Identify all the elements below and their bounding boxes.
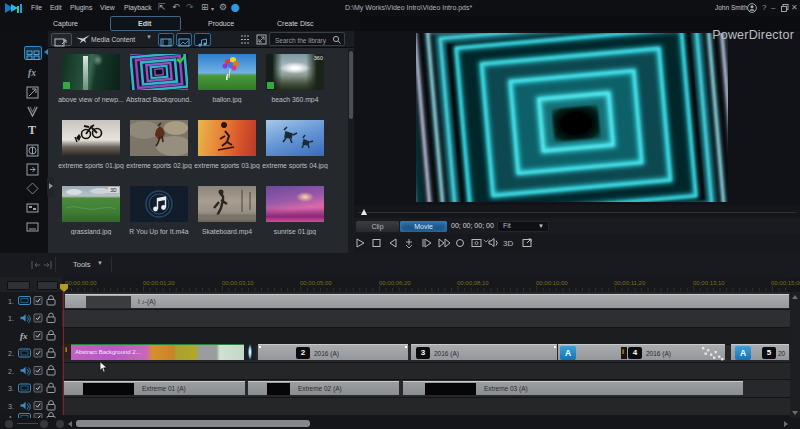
svg-text:1.: 1. [8, 315, 14, 322]
svg-text:3.: 3. [8, 385, 14, 392]
svg-text:2.: 2. [8, 350, 14, 357]
svg-text:1.: 1. [8, 298, 14, 305]
svg-text:fx: fx [20, 331, 28, 341]
svg-text:3D: 3D [503, 239, 513, 248]
svg-text:2.: 2. [8, 368, 14, 375]
svg-text:3.: 3. [8, 403, 14, 410]
